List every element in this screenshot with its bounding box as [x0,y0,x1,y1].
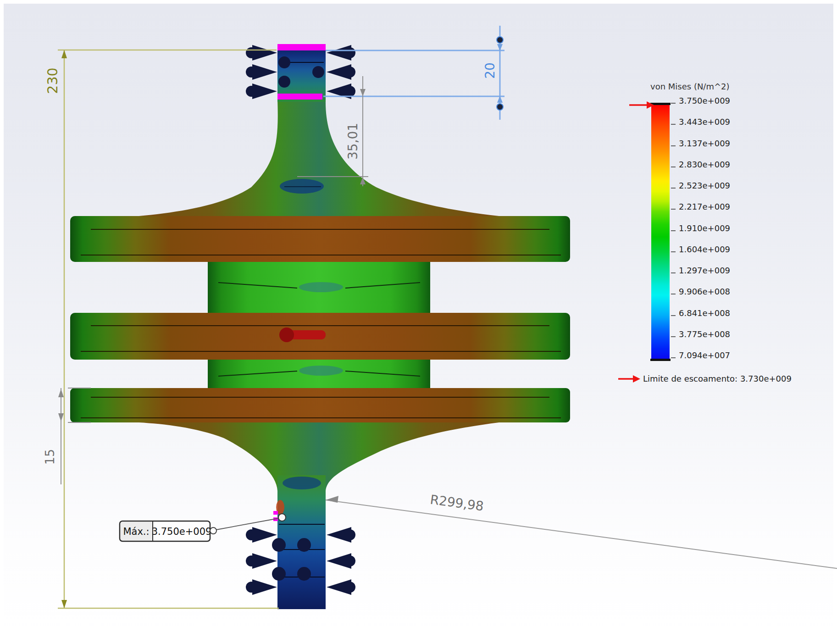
legend-label: 6.841e+008 [679,308,730,318]
fixture-ball-icon [344,582,355,593]
legend-colorbar-cap-bottom [650,359,671,361]
fea-canvas: 230 20 35,01 15 R299,98 Máx.: [4,4,837,644]
legend-label: 3.137e+009 [679,139,730,148]
dim-20-handle[interactable] [497,37,503,43]
dim-radius-leader [326,500,837,569]
fixture-ball-icon [344,529,355,540]
legend-label: 2.523e+009 [679,181,730,190]
dim-35-arrow-icon [360,89,366,96]
fixture-cone-icon [327,45,351,61]
fixture-ball-icon [272,567,286,581]
dimension-radius[interactable]: R299,98 [326,492,837,569]
fixture-cone-icon [252,64,277,80]
dim-15-label[interactable]: 15 [43,449,57,465]
dim-35-label[interactable]: 35,01 [345,123,360,160]
dim-20-handle[interactable] [497,104,503,110]
fixture-cone-icon [252,579,277,595]
fixture-cone-icon [327,64,351,80]
load-bar [289,330,326,339]
dim-20-label[interactable]: 20 [482,62,498,79]
fixture-ball-icon [278,76,290,88]
legend-label: 3.750e+009 [679,96,730,105]
max-probe-tick [273,511,278,515]
legend-labels: 3.750e+009 3.443e+009 3.137e+009 2.830e+… [679,96,730,360]
disc-3[interactable] [70,388,570,422]
fixture-cone-icon [252,83,277,99]
max-callout-label: Máx.: [123,526,149,537]
fixture-ball-icon [344,555,355,566]
simulation-viewport[interactable]: 230 20 35,01 15 R299,98 Máx.: [4,4,833,640]
dim-15-arrow-icon [58,389,64,397]
legend-max-arrow-icon [629,101,654,109]
load-dot [279,328,294,342]
fixture-cone-icon [252,553,277,569]
fixture-cone-icon [252,527,277,543]
legend-label: 7.094e+007 [679,350,730,360]
fixture-ball-icon [278,56,290,68]
fixture-ball-icon [312,66,324,78]
upper-bell-body[interactable] [139,99,499,216]
legend-label: 3.775e+008 [679,329,730,339]
fixture-ball-icon [297,567,311,581]
dim-radius-label[interactable]: R299,98 [429,492,485,514]
lower-neck-spot [283,477,321,489]
dim-230-arrow-up-icon [61,50,67,58]
max-callout-handle[interactable] [210,527,216,534]
max-point-marker[interactable] [278,514,286,521]
max-callout-value: 3.750e+009 [152,526,212,537]
legend-label: 2.217e+009 [679,202,730,211]
legend-label: 2.830e+009 [679,160,730,169]
legend-colorbar-cap-top [650,103,671,105]
dim-230-label[interactable]: 230 [44,67,61,94]
legend-label: 1.604e+009 [679,244,730,254]
fixture-cone-icon [252,45,277,61]
yield-limit-label: Limite de escoamento: 3.730e+009 [643,374,792,383]
fixture-ball-icon [272,538,286,552]
magenta-band-top [277,44,326,50]
hub-neck-upper [299,282,343,292]
hub-neck-lower [299,366,343,376]
legend-ticks [671,103,676,358]
stress-legend: von Mises (N/m^2) 3.750e+009 3.443e+009 … [618,82,792,383]
dim-15-arrow-icon [58,413,64,422]
legend-label: 3.443e+009 [679,117,730,127]
legend-label: 9.906e+008 [679,287,730,296]
max-callout-leader [216,518,278,530]
legend-label: 1.910e+009 [679,223,730,233]
legend-colorbar [651,105,670,359]
dim-230-arrow-down-icon [61,600,67,608]
legend-title: von Mises (N/m^2) [650,82,730,91]
fixture-ball-icon [297,538,311,552]
yield-arrow-icon [618,375,640,383]
magenta-band-lower [277,94,322,100]
dim-radius-arrow-icon [326,496,338,503]
legend-label: 1.297e+009 [679,266,730,275]
